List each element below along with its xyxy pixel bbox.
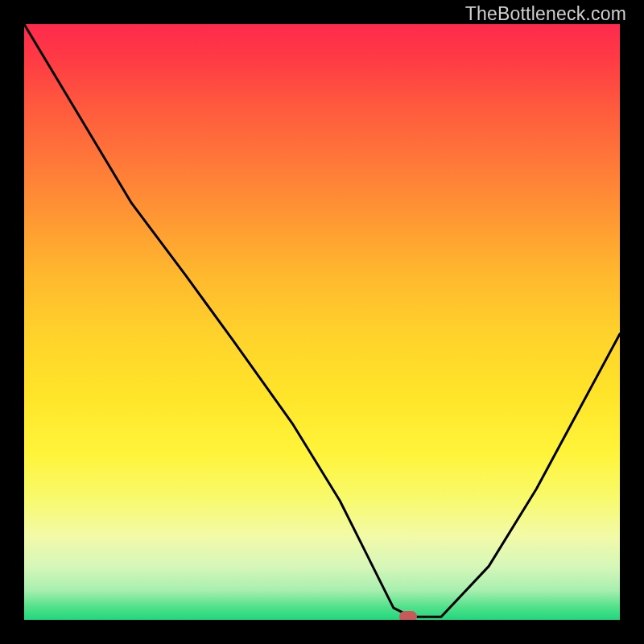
curve-path — [24, 24, 620, 617]
optimum-marker-icon — [399, 611, 417, 620]
plot-area — [24, 24, 620, 620]
watermark-text: TheBottleneck.com — [465, 3, 626, 25]
chart-frame: TheBottleneck.com — [0, 0, 644, 644]
bottleneck-curve — [24, 24, 620, 620]
